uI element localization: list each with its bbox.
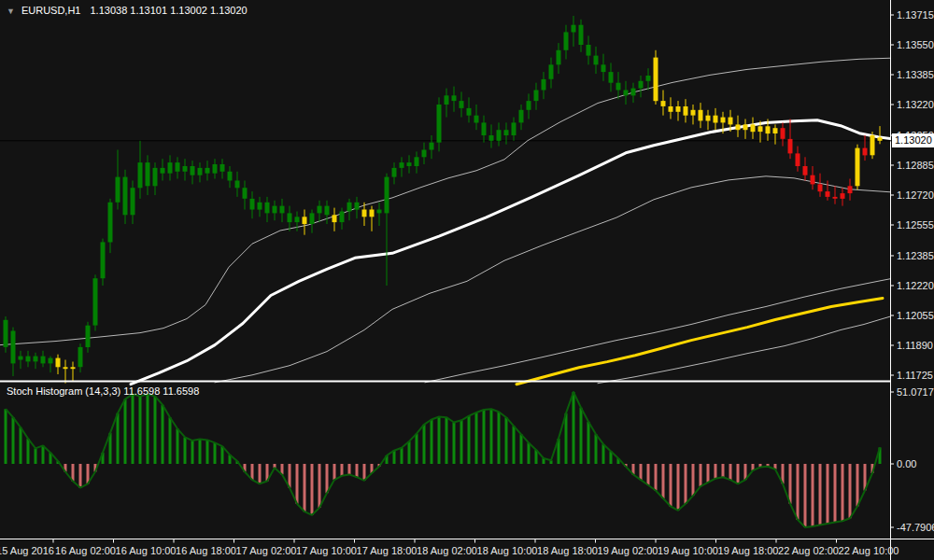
time-axis-label[interactable]: 18 Aug 10:00	[477, 545, 538, 556]
time-axis-label[interactable]: 22 Aug 02:00	[778, 545, 839, 556]
candle-body	[669, 106, 673, 112]
indicator-axis-label[interactable]: -47.7906	[897, 522, 934, 533]
candle-body	[676, 106, 681, 112]
candle-body	[415, 157, 419, 166]
candle-body	[64, 367, 68, 369]
candle-body	[467, 108, 472, 116]
chart-title-bar: ▼EURUSD,H11.13038 1.13101 1.13002 1.1302…	[7, 5, 248, 16]
price-axis-label[interactable]: 1.12220	[897, 280, 934, 291]
time-axis-label[interactable]: 16 Aug 10:00	[116, 545, 177, 556]
candle-body	[258, 203, 262, 210]
price-axis-label[interactable]: 1.12555	[897, 219, 934, 231]
time-axis-label[interactable]: 19 Aug 18:00	[718, 545, 779, 556]
candle-body	[310, 213, 315, 224]
candle-body	[841, 193, 845, 199]
candle-body	[205, 168, 210, 174]
price-axis-label[interactable]: 1.13715	[897, 9, 934, 21]
lower-band-thin-line	[215, 176, 892, 383]
price-axis-label[interactable]: 1.12055	[897, 310, 934, 321]
candle-body	[699, 110, 703, 121]
candle-body	[579, 25, 584, 45]
candle-body	[340, 212, 345, 223]
candle-body	[557, 50, 561, 65]
candle-body	[437, 105, 442, 143]
candle-body	[512, 122, 517, 135]
candle-body	[721, 118, 726, 123]
candle-body	[848, 186, 853, 193]
candle-body	[714, 116, 718, 123]
candle-body	[587, 45, 591, 56]
chart-canvas[interactable]: 1.137151.135501.133851.132201.130501.128…	[0, 0, 934, 560]
candle-body	[86, 326, 91, 347]
candle-body	[220, 164, 225, 172]
candle-body	[691, 110, 696, 116]
indicator-axis-label[interactable]: 51.0717	[897, 386, 934, 398]
time-axis-label[interactable]: 19 Aug 02:00	[598, 545, 658, 556]
time-axis-label[interactable]: 15 Aug 2016	[0, 545, 54, 556]
candle-body	[168, 162, 173, 174]
candle-body	[818, 184, 823, 191]
candle-body	[445, 95, 449, 105]
chart-ohlc-values: 1.13038 1.13101 1.13002 1.13020	[91, 5, 248, 16]
candle-body	[616, 83, 621, 91]
main-chart-pane[interactable]	[0, 16, 892, 385]
time-axis-label[interactable]: 22 Aug 10:00	[839, 545, 899, 556]
candle-body	[654, 58, 658, 102]
candle-body	[325, 206, 330, 216]
candle-body	[758, 126, 763, 132]
time-axis-label[interactable]: 16 Aug 18:00	[176, 545, 236, 556]
candle-body	[572, 25, 576, 33]
time-axis-label[interactable]: 19 Aug 10:00	[658, 545, 718, 556]
candle-body	[49, 358, 53, 364]
candle-body	[191, 166, 195, 175]
time-axis-label[interactable]: 18 Aug 02:00	[417, 545, 477, 556]
candle-body	[549, 64, 554, 79]
candle-body	[265, 203, 270, 214]
price-axis-label[interactable]: 1.13550	[897, 39, 934, 50]
candle-body	[743, 124, 748, 130]
candle-body	[863, 148, 868, 156]
candle-body	[833, 197, 838, 199]
current-price-box: 1.13020	[892, 133, 934, 147]
time-axis-label[interactable]: 17 Aug 02:00	[236, 545, 297, 556]
price-axis-label[interactable]: 1.13220	[897, 99, 934, 110]
price-axis-label[interactable]: 1.13385	[897, 69, 934, 80]
symbol-dropdown-icon[interactable]: ▼	[7, 7, 15, 16]
candle-body	[564, 32, 569, 49]
candle-body	[407, 162, 412, 166]
candle-body	[736, 124, 741, 130]
indicator-axis-label[interactable]: 0.00	[897, 458, 916, 469]
candle-body	[108, 203, 113, 243]
candle-body	[385, 177, 389, 214]
candle-body	[26, 357, 31, 362]
candle-body	[706, 116, 711, 121]
price-axis-label[interactable]: 1.12385	[897, 250, 934, 261]
candle-body	[78, 347, 83, 367]
price-axis-label[interactable]: 1.12885	[897, 160, 934, 171]
candle-body	[811, 175, 815, 185]
indicator-pane[interactable]	[6, 392, 880, 527]
candle-body	[34, 357, 38, 362]
candle-body	[534, 91, 539, 102]
candle-body	[519, 110, 524, 123]
price-axis-label[interactable]: 1.12720	[897, 189, 934, 201]
time-axis-label[interactable]: 18 Aug 18:00	[537, 545, 598, 556]
candle-body	[803, 166, 808, 175]
candle-body	[288, 213, 292, 222]
price-axis-label[interactable]: 1.11725	[897, 370, 933, 381]
time-axis-label[interactable]: 16 Aug 02:00	[55, 545, 116, 556]
candle-body	[661, 101, 666, 106]
time-axis-label[interactable]: 17 Aug 18:00	[357, 545, 417, 556]
slow-ma-thick-yellow-line	[517, 298, 883, 384]
candle-body	[377, 210, 382, 214]
candle-body	[138, 162, 143, 188]
candle-body	[729, 118, 733, 125]
time-axis-label[interactable]: 17 Aug 10:00	[296, 545, 357, 556]
price-axis-label[interactable]: 1.11890	[897, 340, 933, 351]
candle-body	[243, 188, 248, 199]
candle-body	[131, 188, 135, 215]
candle-body	[504, 130, 509, 135]
candle-body	[474, 116, 479, 123]
candle-body	[594, 56, 599, 65]
candle-body	[624, 91, 629, 96]
